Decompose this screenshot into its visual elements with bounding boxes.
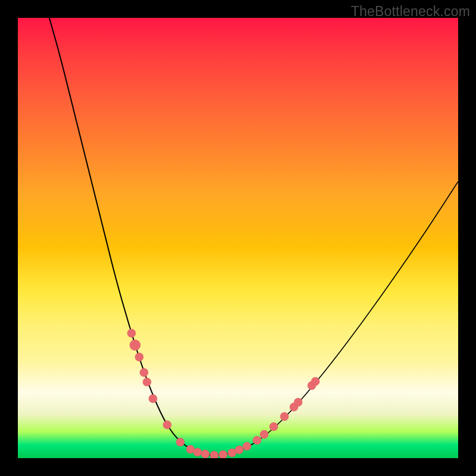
left-curve: [48, 18, 211, 455]
data-point: [193, 448, 202, 456]
data-point: [135, 353, 143, 361]
data-point: [260, 430, 268, 439]
data-point: [186, 445, 195, 453]
data-point: [290, 403, 298, 411]
data-point: [127, 329, 136, 337]
data-point: [311, 377, 320, 386]
data-point: [176, 438, 184, 446]
data-point: [308, 381, 316, 390]
right-curve: [211, 181, 458, 455]
plot-area: [18, 18, 458, 458]
data-point: [253, 436, 261, 444]
data-point: [294, 398, 302, 406]
watermark-text: TheBottleneck.com: [351, 4, 470, 20]
data-point: [235, 446, 243, 454]
data-point: [130, 340, 140, 350]
data-point: [201, 450, 209, 458]
data-point: [280, 412, 289, 421]
data-point: [228, 449, 236, 457]
data-point: [219, 450, 227, 458]
data-point: [149, 394, 157, 403]
chart-canvas: TheBottleneck.com: [0, 0, 476, 476]
data-point: [210, 451, 218, 458]
data-point: [243, 442, 251, 450]
data-point: [163, 421, 171, 429]
data-points-group: [127, 329, 320, 458]
data-point: [143, 378, 151, 386]
data-point: [270, 422, 278, 431]
chart-svg: [18, 18, 458, 458]
data-point: [140, 368, 148, 377]
